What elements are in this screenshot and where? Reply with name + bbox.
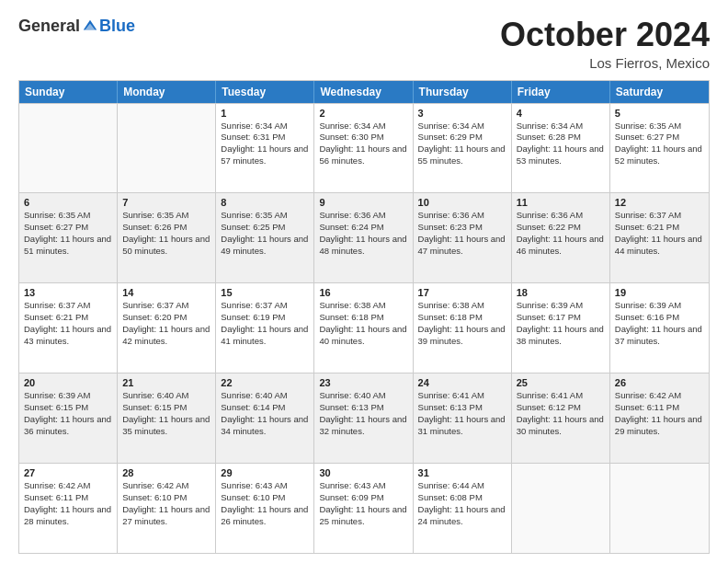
- day-number: 27: [24, 467, 112, 478]
- calendar-cell: 8Sunrise: 6:35 AMSunset: 6:25 PMDaylight…: [216, 193, 314, 282]
- cell-info: Sunrise: 6:37 AMSunset: 6:21 PMDaylight:…: [24, 300, 112, 347]
- cell-info: Sunrise: 6:42 AMSunset: 6:11 PMDaylight:…: [615, 390, 704, 437]
- calendar-cell: 5Sunrise: 6:35 AMSunset: 6:27 PMDaylight…: [610, 104, 709, 193]
- calendar-body: 1Sunrise: 6:34 AMSunset: 6:31 PMDaylight…: [19, 103, 709, 553]
- cell-info: Sunrise: 6:34 AMSunset: 6:30 PMDaylight:…: [319, 121, 407, 167]
- calendar-row: 27Sunrise: 6:42 AMSunset: 6:11 PMDayligh…: [19, 463, 709, 553]
- day-number: 22: [221, 377, 309, 388]
- calendar-cell: 7Sunrise: 6:35 AMSunset: 6:26 PMDaylight…: [118, 193, 216, 282]
- day-number: 23: [319, 377, 407, 388]
- calendar: SundayMondayTuesdayWednesdayThursdayFrid…: [18, 80, 710, 554]
- cell-info: Sunrise: 6:39 AMSunset: 6:16 PMDaylight:…: [615, 300, 704, 347]
- logo-general-text: General: [18, 17, 80, 36]
- cell-info: Sunrise: 6:39 AMSunset: 6:15 PMDaylight:…: [24, 390, 112, 437]
- cell-info: Sunrise: 6:42 AMSunset: 6:11 PMDaylight:…: [24, 480, 112, 527]
- day-number: 29: [221, 467, 309, 478]
- cell-info: Sunrise: 6:34 AMSunset: 6:29 PMDaylight:…: [418, 121, 506, 167]
- calendar-cell: [118, 104, 216, 193]
- calendar-cell: 27Sunrise: 6:42 AMSunset: 6:11 PMDayligh…: [19, 464, 118, 553]
- day-of-week-tuesday: Tuesday: [216, 81, 314, 103]
- day-number: 26: [615, 377, 704, 388]
- day-of-week-thursday: Thursday: [414, 81, 512, 103]
- calendar-cell: 12Sunrise: 6:37 AMSunset: 6:21 PMDayligh…: [610, 193, 709, 282]
- cell-info: Sunrise: 6:34 AMSunset: 6:31 PMDaylight:…: [221, 121, 309, 167]
- calendar-cell: 2Sunrise: 6:34 AMSunset: 6:30 PMDaylight…: [314, 104, 413, 193]
- calendar-cell: 10Sunrise: 6:36 AMSunset: 6:23 PMDayligh…: [414, 193, 512, 282]
- calendar-cell: 28Sunrise: 6:42 AMSunset: 6:10 PMDayligh…: [118, 464, 216, 553]
- logo-blue-text: Blue: [99, 17, 135, 36]
- calendar-row: 6Sunrise: 6:35 AMSunset: 6:27 PMDaylight…: [19, 192, 709, 282]
- day-number: 9: [319, 197, 407, 208]
- month-title: October 2024: [500, 17, 710, 53]
- day-number: 10: [418, 197, 506, 208]
- day-number: 2: [319, 108, 407, 119]
- calendar-cell: 21Sunrise: 6:40 AMSunset: 6:15 PMDayligh…: [118, 373, 216, 463]
- calendar-header: SundayMondayTuesdayWednesdayThursdayFrid…: [19, 81, 709, 103]
- cell-info: Sunrise: 6:35 AMSunset: 6:27 PMDaylight:…: [24, 210, 112, 257]
- day-number: 28: [122, 467, 210, 478]
- calendar-row: 20Sunrise: 6:39 AMSunset: 6:15 PMDayligh…: [19, 373, 709, 463]
- cell-info: Sunrise: 6:36 AMSunset: 6:22 PMDaylight:…: [517, 210, 605, 257]
- calendar-cell: 23Sunrise: 6:40 AMSunset: 6:13 PMDayligh…: [314, 373, 413, 463]
- day-number: 8: [221, 197, 309, 208]
- day-number: 30: [319, 467, 407, 478]
- cell-info: Sunrise: 6:40 AMSunset: 6:15 PMDaylight:…: [122, 390, 210, 437]
- day-number: 17: [418, 287, 506, 298]
- cell-info: Sunrise: 6:35 AMSunset: 6:25 PMDaylight:…: [221, 210, 309, 257]
- day-number: 15: [221, 287, 309, 298]
- cell-info: Sunrise: 6:41 AMSunset: 6:13 PMDaylight:…: [418, 390, 506, 437]
- day-number: 11: [517, 197, 605, 208]
- cell-info: Sunrise: 6:43 AMSunset: 6:10 PMDaylight:…: [221, 480, 309, 527]
- calendar-cell: 19Sunrise: 6:39 AMSunset: 6:16 PMDayligh…: [610, 283, 709, 373]
- cell-info: Sunrise: 6:37 AMSunset: 6:19 PMDaylight:…: [221, 300, 309, 347]
- cell-info: Sunrise: 6:35 AMSunset: 6:26 PMDaylight:…: [122, 210, 210, 257]
- cell-info: Sunrise: 6:43 AMSunset: 6:09 PMDaylight:…: [319, 480, 407, 527]
- day-number: 31: [418, 467, 506, 478]
- cell-info: Sunrise: 6:36 AMSunset: 6:24 PMDaylight:…: [319, 210, 407, 257]
- day-number: 12: [615, 197, 704, 208]
- page: General Blue October 2024 Los Fierros, M…: [0, 0, 728, 563]
- cell-info: Sunrise: 6:37 AMSunset: 6:21 PMDaylight:…: [615, 210, 704, 257]
- day-number: 6: [24, 197, 112, 208]
- cell-info: Sunrise: 6:37 AMSunset: 6:20 PMDaylight:…: [122, 300, 210, 347]
- calendar-row: 13Sunrise: 6:37 AMSunset: 6:21 PMDayligh…: [19, 282, 709, 373]
- day-number: 25: [517, 377, 605, 388]
- cell-info: Sunrise: 6:36 AMSunset: 6:23 PMDaylight:…: [418, 210, 506, 257]
- location: Los Fierros, Mexico: [500, 55, 710, 71]
- calendar-cell: 1Sunrise: 6:34 AMSunset: 6:31 PMDaylight…: [216, 104, 314, 193]
- calendar-cell: 4Sunrise: 6:34 AMSunset: 6:28 PMDaylight…: [512, 104, 610, 193]
- calendar-cell: [512, 464, 610, 553]
- day-of-week-wednesday: Wednesday: [314, 81, 413, 103]
- day-number: 4: [517, 108, 605, 119]
- calendar-cell: 20Sunrise: 6:39 AMSunset: 6:15 PMDayligh…: [19, 373, 118, 463]
- cell-info: Sunrise: 6:38 AMSunset: 6:18 PMDaylight:…: [319, 300, 407, 347]
- title-block: October 2024 Los Fierros, Mexico: [500, 17, 710, 71]
- calendar-cell: 11Sunrise: 6:36 AMSunset: 6:22 PMDayligh…: [512, 193, 610, 282]
- calendar-cell: 25Sunrise: 6:41 AMSunset: 6:12 PMDayligh…: [512, 373, 610, 463]
- calendar-cell: 30Sunrise: 6:43 AMSunset: 6:09 PMDayligh…: [314, 464, 413, 553]
- day-number: 20: [24, 377, 112, 388]
- day-number: 7: [122, 197, 210, 208]
- day-number: 24: [418, 377, 506, 388]
- calendar-row: 1Sunrise: 6:34 AMSunset: 6:31 PMDaylight…: [19, 103, 709, 193]
- day-number: 16: [319, 287, 407, 298]
- cell-info: Sunrise: 6:40 AMSunset: 6:13 PMDaylight:…: [319, 390, 407, 437]
- calendar-cell: 29Sunrise: 6:43 AMSunset: 6:10 PMDayligh…: [216, 464, 314, 553]
- logo: General Blue: [18, 17, 135, 36]
- cell-info: Sunrise: 6:38 AMSunset: 6:18 PMDaylight:…: [418, 300, 506, 347]
- calendar-cell: [610, 464, 709, 553]
- cell-info: Sunrise: 6:40 AMSunset: 6:14 PMDaylight:…: [221, 390, 309, 437]
- day-of-week-sunday: Sunday: [19, 81, 118, 103]
- day-number: 14: [122, 287, 210, 298]
- calendar-cell: 14Sunrise: 6:37 AMSunset: 6:20 PMDayligh…: [118, 283, 216, 373]
- calendar-cell: 31Sunrise: 6:44 AMSunset: 6:08 PMDayligh…: [414, 464, 512, 553]
- day-of-week-friday: Friday: [512, 81, 610, 103]
- calendar-cell: 17Sunrise: 6:38 AMSunset: 6:18 PMDayligh…: [414, 283, 512, 373]
- cell-info: Sunrise: 6:41 AMSunset: 6:12 PMDaylight:…: [517, 390, 605, 437]
- cell-info: Sunrise: 6:39 AMSunset: 6:17 PMDaylight:…: [517, 300, 605, 347]
- day-number: 5: [615, 108, 704, 119]
- calendar-cell: 16Sunrise: 6:38 AMSunset: 6:18 PMDayligh…: [314, 283, 413, 373]
- calendar-cell: 6Sunrise: 6:35 AMSunset: 6:27 PMDaylight…: [19, 193, 118, 282]
- header: General Blue October 2024 Los Fierros, M…: [18, 17, 710, 71]
- day-number: 21: [122, 377, 210, 388]
